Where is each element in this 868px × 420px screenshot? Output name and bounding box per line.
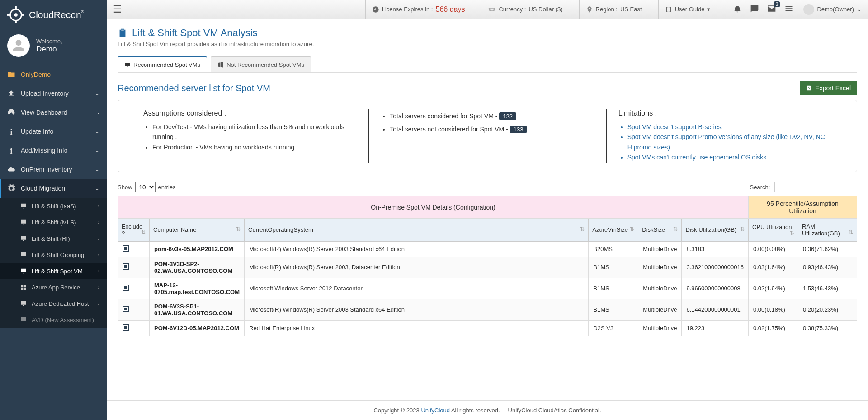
sub-lift-shift-iaas[interactable]: Lift & Shift (IaaS)› [0, 198, 107, 214]
limitation-item: Spot VM doesn't support Promo versions o… [627, 132, 831, 152]
table-row: POM-3V3D-SP2-02.WA.USA.CONTOSO.COMMicros… [118, 257, 857, 278]
disk-cell: MultipleDrive [638, 257, 682, 278]
nav-view-dashboard[interactable]: View Dashboard › [0, 103, 107, 122]
nav-label: Cloud Migration [21, 185, 65, 192]
checkbox-icon[interactable] [123, 263, 129, 270]
excel-icon [806, 85, 812, 91]
col-exclude[interactable]: Exclude ?⇅ [118, 218, 150, 241]
search-label: Search: [750, 184, 770, 191]
exclude-cell[interactable] [118, 257, 150, 278]
sub-azure-dedicated-host[interactable]: Azure Dedicated Host› [0, 295, 107, 312]
nav-onprem-inventory[interactable]: OnPrem Inventory ⌄ [0, 160, 107, 179]
nav-add-missing-info[interactable]: i Add/Missing Info ⌄ [0, 141, 107, 160]
monitor-icon [20, 251, 27, 258]
info-box: Assumptions considered : For Dev/Test - … [118, 100, 857, 172]
page-subtitle: Lift & Shift Spot Vm report provides as … [118, 41, 857, 47]
sub-label: Lift & Shift (MLS) [32, 219, 76, 226]
chevron-right-icon: › [98, 236, 99, 241]
nav-folder-onlydemo[interactable]: OnlyDemo [0, 65, 107, 84]
col-computer-name[interactable]: Computer Name⇅ [150, 218, 245, 241]
export-label: Export Excel [815, 84, 851, 92]
nav-cloud-migration[interactable]: Cloud Migration ⌄ [0, 179, 107, 198]
currency-chip[interactable]: Currency : US Dollar ($) [481, 0, 569, 19]
sub-lift-shift-spot-vm[interactable]: Lift & Shift Spot VM› [0, 263, 107, 279]
search-input[interactable] [774, 182, 857, 192]
computer-name-cell: POM-6V12D-05.MAP2012.COM [150, 320, 245, 336]
svg-rect-3 [15, 20, 17, 23]
grid-icon [20, 284, 27, 291]
nav: OnlyDemo Upload Inventory ⌄ View Dashboa… [0, 65, 107, 420]
col-ram-util[interactable]: RAM Utilization(GB)⇅ [798, 218, 857, 241]
menu-icon[interactable] [784, 4, 793, 14]
tab-label: Recommended Spot VMs [133, 61, 200, 68]
sub-avd-new-assessment[interactable]: AVD (New Assessment) [0, 312, 107, 328]
sub-lift-shift-ri[interactable]: Lift & Shift (RI)› [0, 230, 107, 247]
topbar: ☰ License Expires in : 566 days Currency… [107, 0, 868, 19]
sub-label: Lift & Shift Spot VM [32, 268, 83, 275]
col-os[interactable]: CurrentOperatingSystem⇅ [245, 218, 589, 241]
nav-update-info[interactable]: i Update Info ⌄ [0, 122, 107, 141]
windows-icon [217, 61, 224, 68]
col-vm-size[interactable]: AzureVmSize⇅ [589, 218, 638, 241]
unifycloud-link[interactable]: UnifyCloud [421, 407, 450, 414]
checkbox-icon[interactable] [123, 324, 129, 331]
guide-chip[interactable]: User Guide ▾ [658, 0, 717, 19]
totals-label: Total servers considered for Spot VM - [390, 112, 497, 120]
hamburger-icon[interactable]: ☰ [113, 4, 122, 15]
cpu-cell: 0.00(0.08%) [749, 241, 798, 257]
exclude-cell[interactable] [118, 320, 150, 336]
table-row: POM-6V3S-SP1-01.WA.USA.CONTOSO.COMMicros… [118, 299, 857, 320]
monitor-icon [20, 316, 27, 323]
exclude-cell[interactable] [118, 299, 150, 320]
license-label: License Expires in : [382, 6, 433, 13]
col-disk-util[interactable]: Disk Utilization(GB)⇅ [682, 218, 749, 241]
bell-icon[interactable] [733, 4, 742, 14]
nav-label: Add/Missing Info [21, 147, 68, 154]
computer-name-cell: MAP-12-0705.map.test.CONTOSO.COM [150, 278, 245, 299]
sub-azure-app-service[interactable]: Azure App Service› [0, 279, 107, 295]
du-cell: 19.223 [682, 320, 749, 336]
user-display: Demo [36, 45, 62, 54]
top-user[interactable]: Demo(Owner) ⌄ [803, 4, 862, 15]
folder-icon [7, 70, 15, 79]
license-days: 566 days [435, 5, 465, 14]
mail-icon[interactable]: 2 [767, 4, 776, 14]
page-size-select[interactable]: 10 [135, 182, 156, 192]
ram-cell: 1.53(46.43%) [798, 278, 857, 299]
sub-lift-shift-mls[interactable]: Lift & Shift (MLS)› [0, 214, 107, 230]
pin-icon [586, 6, 593, 13]
monitor-icon [20, 219, 27, 226]
checkbox-icon[interactable] [123, 285, 129, 291]
dashboard-icon [7, 108, 15, 117]
exclude-cell[interactable] [118, 278, 150, 299]
cpu-cell: 0.00(0.18%) [749, 299, 798, 320]
vm-cell: B1MS [589, 257, 638, 278]
tab-not-recommended[interactable]: Not Recommended Spot VMs [211, 56, 311, 72]
caret-down-icon: ⌄ [857, 6, 862, 13]
col-cpu-util[interactable]: CPU Utilization⇅ [749, 218, 798, 241]
computer-name-cell: pom-6v3s-05.MAP2012.COM [150, 241, 245, 257]
chat-icon[interactable] [750, 4, 759, 14]
exclude-cell[interactable] [118, 241, 150, 257]
info-icon: i [7, 127, 15, 135]
du-cell: 6.144200000000001 [682, 299, 749, 320]
cpu-cell: 0.03(1.64%) [749, 257, 798, 278]
region-chip[interactable]: Region : US East [579, 0, 648, 19]
tab-recommended[interactable]: Recommended Spot VMs [118, 56, 207, 72]
os-cell: Microsoft(R) Windows(R) Server 2003 Stan… [245, 299, 589, 320]
monitor-icon [20, 267, 27, 275]
monitor-icon [20, 202, 27, 210]
sub-nav: Lift & Shift (IaaS)› Lift & Shift (MLS)›… [0, 198, 107, 328]
sub-lift-shift-grouping[interactable]: Lift & Shift Grouping› [0, 247, 107, 263]
col-disk-size[interactable]: DiskSize⇅ [638, 218, 682, 241]
du-cell: 8.3183 [682, 241, 749, 257]
export-excel-button[interactable]: Export Excel [800, 81, 857, 95]
nav-upload-inventory[interactable]: Upload Inventory ⌄ [0, 84, 107, 103]
checkbox-icon[interactable] [123, 306, 129, 312]
entries-label: entries [158, 184, 176, 191]
avatar-small [803, 4, 814, 15]
chevron-down-icon: ⌄ [95, 128, 99, 135]
ram-cell: 0.38(75.33%) [798, 320, 857, 336]
checkbox-icon[interactable] [123, 245, 129, 252]
table-row: POM-6V12D-05.MAP2012.COMRed Hat Enterpri… [118, 320, 857, 336]
